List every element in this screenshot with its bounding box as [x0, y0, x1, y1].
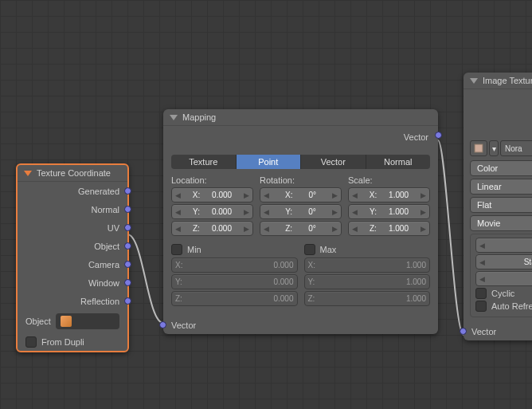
scale-y[interactable]: ◀Y:1.000▶: [348, 204, 430, 219]
max-y[interactable]: Y:1.000: [304, 274, 431, 289]
collapse-icon[interactable]: [170, 115, 178, 120]
location-label: Location:: [171, 175, 253, 185]
min-x[interactable]: X:0.000: [171, 258, 298, 273]
socket-vector-in[interactable]: [460, 328, 467, 335]
location-x[interactable]: ◀X:0.000▶: [171, 187, 253, 203]
source-select[interactable]: Movie▾: [470, 215, 532, 231]
svg-rect-0: [475, 144, 483, 152]
min-checkbox[interactable]: [171, 244, 182, 255]
input-vector-label: Vector: [471, 327, 496, 336]
offset-field[interactable]: ◀Offset:: [475, 271, 532, 286]
scale-label: Scale:: [348, 175, 430, 185]
start-frame-field[interactable]: ◀Start Frame:: [475, 254, 532, 269]
node-header[interactable]: Image Textur: [464, 73, 532, 89]
node-header[interactable]: Mapping: [163, 109, 438, 126]
max-checkbox[interactable]: [304, 244, 315, 255]
output-generated[interactable]: Generated: [18, 182, 127, 200]
image-name-field[interactable]: Nora: [500, 140, 532, 156]
input-vector-label: Vector: [171, 321, 196, 330]
from-dupli-checkbox[interactable]: [25, 336, 37, 348]
location-z[interactable]: ◀Z:0.000▶: [171, 221, 253, 236]
object-selector[interactable]: [56, 313, 119, 329]
projection-select[interactable]: Flat▾: [470, 197, 532, 213]
tab-normal[interactable]: Normal: [366, 155, 431, 169]
node-title: Image Textur: [483, 76, 532, 85]
rotation-y[interactable]: ◀Y:0°▶: [260, 204, 342, 219]
from-dupli-label: From Dupli: [41, 337, 84, 347]
max-label: Max: [320, 245, 337, 254]
rotation-label: Rotation:: [260, 175, 342, 185]
max-z[interactable]: Z:1.000: [304, 291, 431, 306]
node-texture-coordinate[interactable]: Texture Coordinate Generated Normal UV O…: [16, 163, 129, 352]
scale-z[interactable]: ◀Z:1.000▶: [348, 221, 430, 236]
output-reflection[interactable]: Reflection: [18, 292, 127, 310]
auto-refresh-checkbox[interactable]: [475, 301, 487, 312]
tab-point[interactable]: Point: [237, 155, 302, 169]
scale-x[interactable]: ◀X:1.000▶: [348, 187, 430, 203]
node-title: Texture Coordinate: [37, 168, 111, 178]
auto-refresh-label: Auto Refres: [491, 301, 532, 311]
object-label: Object: [25, 317, 51, 326]
tab-texture[interactable]: Texture: [171, 155, 237, 169]
node-title: Mapping: [182, 112, 216, 122]
cube-icon: [61, 316, 72, 327]
socket-uv[interactable]: [124, 224, 131, 231]
max-x[interactable]: X:1.000: [304, 258, 431, 273]
frames-field[interactable]: ◀Frames:: [475, 238, 532, 253]
color-space-select[interactable]: Color▾: [470, 160, 532, 176]
output-object[interactable]: Object: [18, 237, 127, 255]
socket-camera[interactable]: [124, 261, 131, 268]
socket-reflection[interactable]: [124, 297, 131, 305]
socket-vector-out[interactable]: [435, 132, 442, 139]
socket-object[interactable]: [124, 242, 131, 250]
collapse-icon[interactable]: [470, 78, 478, 84]
rotation-x[interactable]: ◀X:0°▶: [260, 187, 342, 203]
node-header[interactable]: Texture Coordinate: [18, 165, 127, 182]
min-y[interactable]: Y:0.000: [171, 274, 298, 289]
cyclic-label: Cyclic: [491, 289, 514, 298]
location-y[interactable]: ◀Y:0.000▶: [171, 204, 253, 219]
output-camera[interactable]: Camera: [18, 255, 127, 273]
output-window[interactable]: Window: [18, 273, 127, 292]
min-z[interactable]: Z:0.000: [171, 291, 298, 306]
socket-window[interactable]: [124, 279, 131, 286]
image-dropdown-icon[interactable]: ▾: [489, 140, 499, 156]
node-mapping[interactable]: Mapping Vector Texture Point Vector Norm…: [163, 109, 438, 334]
collapse-icon[interactable]: [24, 171, 32, 176]
tab-vector[interactable]: Vector: [301, 155, 366, 169]
rotation-z[interactable]: ◀Z:0°▶: [260, 221, 342, 236]
output-vector-label: Vector: [404, 132, 428, 142]
min-label: Min: [187, 245, 201, 254]
interpolation-select[interactable]: Linear▾: [470, 179, 532, 195]
socket-generated[interactable]: [124, 187, 131, 195]
image-browse-button[interactable]: [470, 140, 487, 156]
output-normal[interactable]: Normal: [18, 200, 127, 218]
socket-vector-in[interactable]: [159, 321, 166, 328]
cyclic-checkbox[interactable]: [475, 288, 487, 299]
output-uv[interactable]: UV: [18, 218, 127, 237]
node-image-texture[interactable]: Image Textur ▾ Nora F Color▾ Linear▾ Fla…: [464, 73, 532, 340]
socket-normal[interactable]: [124, 206, 131, 213]
mapping-type-tabs: Texture Point Vector Normal: [171, 155, 430, 169]
